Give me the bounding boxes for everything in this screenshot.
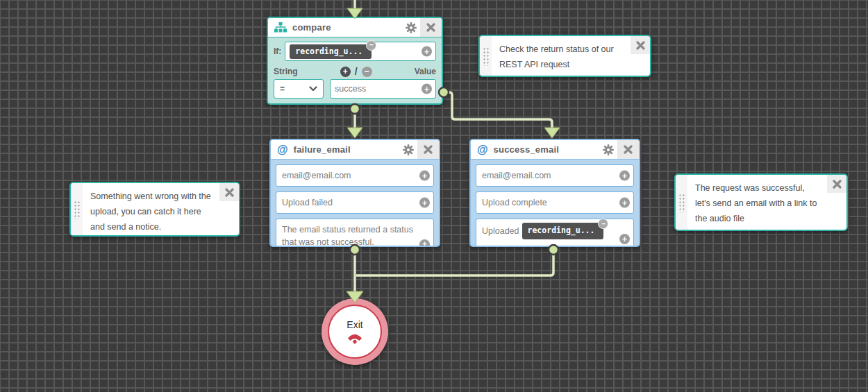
compare-node[interactable]: compare If: rec [267, 17, 443, 105]
close-icon [424, 145, 433, 154]
success-email-settings-button[interactable] [599, 140, 617, 159]
drag-handle-icon[interactable] [71, 183, 83, 235]
add-variable-button[interactable]: + [422, 46, 432, 57]
note-close-button[interactable] [219, 183, 239, 201]
connector-port-failure-bottom[interactable] [350, 245, 360, 255]
note-text: Check the return status of our REST API … [492, 36, 650, 76]
close-icon [833, 180, 842, 189]
if-label: If: [274, 46, 281, 56]
close-icon [636, 41, 645, 50]
success-email-close-button[interactable] [617, 140, 639, 159]
connector-line-success-exit [356, 251, 553, 275]
exit-node-label: Exit [347, 319, 362, 330]
success-email-title: success_email [494, 144, 599, 155]
note-success[interactable]: The request was successful, let's send a… [674, 173, 848, 231]
note-close-button[interactable] [631, 36, 650, 54]
connector-port-compare-right[interactable] [439, 87, 449, 97]
if-input[interactable]: recording_u... − + [285, 42, 436, 61]
compare-node-body: If: recording_u... − + String + / − Valu… [268, 37, 442, 99]
gear-icon [403, 144, 414, 155]
value-input-text: success [335, 84, 366, 94]
failure-email-node[interactable]: @ failure_email email@email.com [269, 139, 440, 247]
failure-email-settings-button[interactable] [399, 140, 417, 159]
hangup-phone-icon [347, 332, 363, 344]
failure-email-header[interactable]: @ failure_email [271, 140, 439, 160]
success-email-to-field[interactable]: email@email.com + [476, 164, 634, 187]
failure-email-title: failure_email [294, 144, 399, 155]
failure-email-body-field[interactable]: The email status returned a status that … [276, 219, 434, 247]
drag-handle-icon[interactable] [480, 36, 492, 76]
failure-email-to-field[interactable]: email@email.com + [276, 164, 434, 187]
email-at-icon: @ [477, 144, 488, 156]
add-variable-button[interactable]: + [419, 239, 430, 248]
compare-settings-button[interactable] [402, 18, 420, 37]
connector-port-success-bottom[interactable] [549, 245, 558, 255]
note-failure[interactable]: Something went wrong with the upload, yo… [69, 182, 240, 237]
success-email-body-field[interactable]: Uploadedrecording_u... − + [476, 219, 634, 247]
exit-node[interactable]: Exit [322, 298, 388, 365]
gear-icon [603, 144, 614, 155]
condition-separator: / [355, 66, 358, 77]
failure-email-subject-field[interactable]: Upload failed + [276, 191, 434, 214]
note-text: Something went wrong with the upload, yo… [83, 183, 239, 235]
remove-variable-icon[interactable]: − [598, 219, 608, 229]
compare-node-header[interactable]: compare [268, 18, 442, 37]
drag-handle-icon[interactable] [676, 175, 687, 230]
add-variable-button[interactable]: + [619, 234, 630, 244]
add-condition-button[interactable]: + [340, 67, 351, 77]
success-email-node[interactable]: @ success_email email@email.com [469, 139, 640, 247]
remove-condition-button[interactable]: − [362, 67, 372, 77]
add-variable-button[interactable]: + [419, 198, 430, 208]
add-variable-button[interactable]: + [619, 198, 630, 208]
body-variable-pill[interactable]: recording_u... − [522, 223, 604, 239]
connector-line-compare-success [445, 92, 552, 128]
note-close-button[interactable] [827, 175, 846, 193]
sitemap-icon [274, 22, 287, 33]
note-api-status[interactable]: Check the return status of our REST API … [478, 35, 651, 77]
add-variable-button[interactable]: + [619, 171, 630, 181]
failure-email-close-button[interactable] [417, 140, 439, 159]
condition-type-label: String [274, 67, 298, 76]
value-input[interactable]: success + [330, 79, 436, 99]
add-variable-button[interactable]: + [419, 171, 430, 181]
flow-canvas[interactable]: compare If: rec [0, 0, 868, 392]
close-icon [624, 145, 633, 154]
value-label: Value [415, 67, 436, 76]
email-at-icon: @ [277, 144, 288, 156]
compare-close-button[interactable] [420, 18, 442, 37]
connector-port-compare-bottom[interactable] [350, 104, 360, 114]
arrowhead-into-failure-email [347, 128, 362, 138]
close-icon [225, 188, 234, 197]
gear-icon [406, 22, 417, 33]
note-text: The request was successful, let's send a… [687, 175, 846, 230]
value-add-variable-button[interactable]: + [422, 84, 432, 94]
remove-variable-icon[interactable]: − [366, 40, 376, 51]
arrowhead-into-success-email [544, 128, 560, 138]
if-variable-pill[interactable]: recording_u... − [290, 44, 372, 59]
success-email-header[interactable]: @ success_email [471, 140, 639, 160]
operator-selected-value: = [280, 84, 285, 94]
operator-select[interactable]: = [274, 79, 324, 99]
chevron-down-icon [309, 86, 317, 92]
compare-node-title: compare [292, 22, 402, 33]
close-icon [426, 23, 435, 32]
success-email-subject-field[interactable]: Upload complete + [476, 191, 634, 214]
